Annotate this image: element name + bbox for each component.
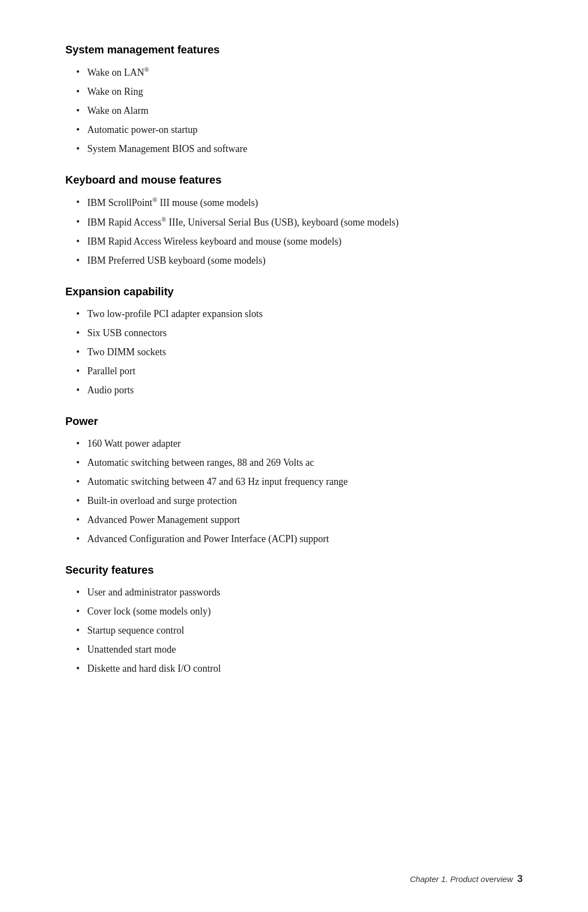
list-item: Six USB connectors (65, 326, 523, 341)
page-container: System management featuresWake on LAN®Wa… (0, 0, 588, 912)
list-item-text: Audio ports (87, 383, 523, 398)
list-item: Automatic switching between ranges, 88 a… (65, 455, 523, 470)
list-item-text: Wake on Ring (87, 84, 523, 99)
superscript: ® (144, 66, 149, 74)
list-item: Unattended start mode (65, 642, 523, 657)
list-item: Audio ports (65, 383, 523, 398)
heading-security: Security features (65, 564, 523, 576)
section-power: Power160 Watt power adapterAutomatic swi… (65, 415, 523, 546)
heading-expansion: Expansion capability (65, 285, 523, 298)
list-item-text: Built-in overload and surge protection (87, 494, 523, 508)
list-item: Parallel port (65, 364, 523, 379)
list-item-text: Parallel port (87, 364, 523, 379)
list-item: Startup sequence control (65, 623, 523, 638)
section-expansion: Expansion capabilityTwo low-profile PCI … (65, 285, 523, 398)
list-item-text: Unattended start mode (87, 642, 523, 657)
list-item: Advanced Configuration and Power Interfa… (65, 532, 523, 546)
list-keyboard-mouse: IBM ScrollPoint® III mouse (some models)… (65, 195, 523, 268)
list-item: Advanced Power Management support (65, 513, 523, 527)
list-item: IBM ScrollPoint® III mouse (some models) (65, 195, 523, 210)
superscript: ® (152, 196, 157, 204)
section-keyboard-mouse: Keyboard and mouse featuresIBM ScrollPoi… (65, 174, 523, 268)
list-item-text: Cover lock (some models only) (87, 604, 523, 619)
list-item-text: IBM ScrollPoint® III mouse (some models) (87, 195, 523, 210)
list-item-text: IBM Rapid Access Wireless keyboard and m… (87, 234, 523, 249)
list-item: Wake on Ring (65, 84, 523, 99)
list-item-text: System Management BIOS and software (87, 142, 523, 156)
list-item-text: Two DIMM sockets (87, 345, 523, 360)
list-item: 160 Watt power adapter (65, 436, 523, 451)
list-item: IBM Rapid Access® IIIe, Universal Serial… (65, 215, 523, 230)
list-item-text: Wake on Alarm (87, 104, 523, 118)
list-item-text: Diskette and hard disk I/O control (87, 661, 523, 676)
list-item-text: 160 Watt power adapter (87, 436, 523, 451)
heading-keyboard-mouse: Keyboard and mouse features (65, 174, 523, 186)
list-security: User and administrator passwordsCover lo… (65, 585, 523, 676)
list-item-text: Six USB connectors (87, 326, 523, 341)
list-item: User and administrator passwords (65, 585, 523, 600)
list-item: System Management BIOS and software (65, 142, 523, 156)
section-security: Security featuresUser and administrator … (65, 564, 523, 676)
list-item-text: Two low-profile PCI adapter expansion sl… (87, 307, 523, 321)
superscript: ® (161, 216, 166, 223)
list-item: IBM Preferred USB keyboard (some models) (65, 253, 523, 268)
heading-power: Power (65, 415, 523, 428)
list-item: Diskette and hard disk I/O control (65, 661, 523, 676)
list-item: IBM Rapid Access Wireless keyboard and m… (65, 234, 523, 249)
list-item-text: Automatic power-on startup (87, 123, 523, 137)
page-footer: Chapter 1. Product overview 3 (410, 873, 523, 885)
list-item-text: IBM Preferred USB keyboard (some models) (87, 253, 523, 268)
list-item-text: Automatic switching between ranges, 88 a… (87, 455, 523, 470)
list-item: Cover lock (some models only) (65, 604, 523, 619)
list-item-text: Startup sequence control (87, 623, 523, 638)
sections-container: System management featuresWake on LAN®Wa… (65, 44, 523, 676)
list-item-text: Wake on LAN® (87, 65, 523, 80)
list-item-text: Advanced Configuration and Power Interfa… (87, 532, 523, 546)
list-item-text: User and administrator passwords (87, 585, 523, 600)
list-item: Wake on LAN® (65, 65, 523, 80)
list-expansion: Two low-profile PCI adapter expansion sl… (65, 307, 523, 398)
heading-system-management: System management features (65, 44, 523, 56)
section-system-management: System management featuresWake on LAN®Wa… (65, 44, 523, 156)
list-item: Automatic power-on startup (65, 123, 523, 137)
list-system-management: Wake on LAN®Wake on RingWake on AlarmAut… (65, 65, 523, 156)
list-item-text: Advanced Power Management support (87, 513, 523, 527)
footer-page-number: 3 (517, 873, 523, 885)
list-item: Automatic switching between 47 and 63 Hz… (65, 475, 523, 489)
list-item: Wake on Alarm (65, 104, 523, 118)
list-item-text: Automatic switching between 47 and 63 Hz… (87, 475, 523, 489)
list-item: Two DIMM sockets (65, 345, 523, 360)
footer-chapter-text: Chapter 1. Product overview (410, 874, 513, 884)
list-item: Two low-profile PCI adapter expansion sl… (65, 307, 523, 321)
list-item-text: IBM Rapid Access® IIIe, Universal Serial… (87, 215, 523, 230)
list-power: 160 Watt power adapterAutomatic switchin… (65, 436, 523, 546)
list-item: Built-in overload and surge protection (65, 494, 523, 508)
